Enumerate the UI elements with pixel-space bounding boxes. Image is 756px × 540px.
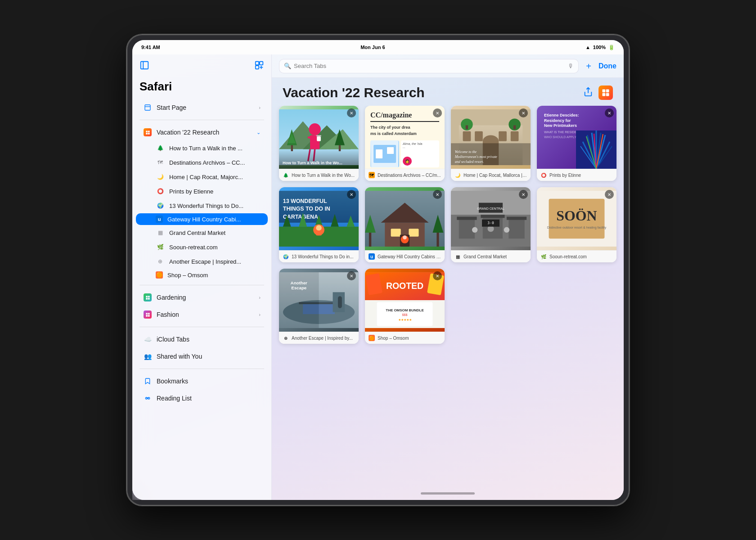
tab-thumbnail-gateway	[365, 187, 445, 250]
search-input[interactable]	[294, 63, 565, 69]
ipad-frame: 9:41 AM Mon Jun 6 ▲ 100% 🔋	[126, 34, 630, 506]
svg-rect-18	[148, 313, 149, 315]
tab-close-cc[interactable]: ✕	[433, 108, 442, 117]
tab-card-13things[interactable]: ✕	[279, 187, 359, 262]
cc-title: Destinations Archivos – CC/m...	[378, 173, 441, 178]
sidebar-item-13things[interactable]: 🌍 13 Wonderful Things to Do...	[136, 199, 268, 212]
tab-close-13things[interactable]: ✕	[347, 190, 356, 199]
vacation-group-chevron: ⌄	[256, 130, 261, 135]
tab-card-sooun[interactable]: ✕ SOÖN Distinctive outdoor resort & heal…	[537, 187, 616, 262]
sooun-icon: 🌿	[156, 243, 165, 252]
tab-card-walk[interactable]: ✕	[279, 106, 359, 181]
sidebar-item-bookmarks[interactable]: Bookmarks	[136, 373, 268, 389]
sidebar-item-escape[interactable]: ⊕ Another Escape | Inspired...	[136, 255, 268, 268]
tab-close-omsom[interactable]: ✕	[433, 271, 442, 280]
sidebar-item-sooun[interactable]: 🌿 Sooun-retreat.com	[136, 240, 268, 254]
svg-point-102	[403, 235, 407, 239]
tab-close-gateway[interactable]: ✕	[433, 190, 442, 199]
svg-rect-15	[146, 297, 148, 299]
done-button[interactable]: Done	[598, 62, 616, 70]
divider-3	[140, 327, 264, 327]
ipad-screen: 9:41 AM Mon Jun 6 ▲ 100% 🔋	[132, 40, 624, 500]
destinations-icon: 🗺	[156, 158, 165, 167]
sidebar-toggle-icon[interactable]	[140, 60, 149, 72]
svg-rect-17	[146, 313, 148, 315]
tab-card-gateway[interactable]: ✕	[365, 187, 445, 262]
tab-card-gcm[interactable]: ✕	[451, 187, 531, 262]
new-tab-group-icon[interactable]	[254, 60, 264, 72]
svg-text:Distinctive outdoor resort & h: Distinctive outdoor resort & healing fac…	[547, 226, 607, 230]
vacation-group-icon	[143, 128, 152, 137]
sidebar-group-vacation[interactable]: Vacation '22 Research ⌄	[136, 124, 268, 140]
tab-group-options-icon[interactable]	[598, 86, 613, 100]
escape-label: Another Escape | Inspired...	[169, 258, 261, 265]
svg-rect-90	[316, 231, 321, 236]
tab-card-escape[interactable]: ✕	[279, 269, 359, 344]
tab-footer-gcm: ▦ Grand Central Market	[451, 250, 531, 262]
omsom-title: Shop – Omsom	[378, 336, 441, 341]
sidebar-item-omsom[interactable]: 🟠 Shop – Omsom	[136, 269, 268, 281]
resort-title: Home | Cap Rocat, Mallorca | ...	[464, 173, 527, 178]
sidebar-item-gcm[interactable]: ▦ Grand Central Market	[136, 226, 268, 239]
tab-close-walk[interactable]: ✕	[347, 108, 356, 117]
sidebar-item-icloud[interactable]: ☁️ iCloud Tabs	[136, 331, 268, 347]
tab-card-resort[interactable]: ✕	[451, 106, 531, 181]
reading-list-label: Reading List	[157, 395, 261, 402]
gateway-title: Gateway Hill Country Cabins | ...	[378, 254, 441, 259]
svg-rect-27	[606, 93, 609, 96]
bookmarks-icon	[143, 377, 152, 386]
tab-close-resort[interactable]: ✕	[519, 108, 528, 117]
sidebar-item-prints[interactable]: ⭕ Prints by Etienne	[136, 184, 268, 198]
tab-thumbnail-escape: Another Escape	[279, 269, 359, 332]
sidebar-group-fashion[interactable]: Fashion ›	[136, 306, 268, 323]
microphone-icon[interactable]: 🎙	[568, 63, 574, 69]
home-cap-label: Home | Cap Rocat, Majorc...	[169, 174, 261, 180]
gcm-label: Grand Central Market	[169, 230, 261, 236]
tabs-grid[interactable]: ✕	[272, 106, 624, 486]
gardening-group-label: Gardening	[157, 294, 254, 301]
walk-title: How to Turn a Walk in the Wo...	[292, 173, 355, 178]
svg-text:SOÖN: SOÖN	[556, 208, 597, 224]
prints-icon: ⭕	[156, 187, 165, 196]
svg-text:THINGS TO DO IN: THINGS TO DO IN	[283, 206, 330, 212]
search-bar[interactable]: 🔍 🎙	[279, 59, 579, 73]
tab-close-escape[interactable]: ✕	[347, 271, 356, 280]
sidebar-item-walk[interactable]: 🌲 How to Turn a Walk in the ...	[136, 141, 268, 155]
sidebar-group-gardening[interactable]: Gardening ›	[136, 289, 268, 306]
svg-rect-129	[338, 296, 342, 308]
tab-footer-gateway: u Gateway Hill Country Cabins | ...	[365, 250, 445, 262]
tab-footer-walk: 🌲 How to Turn a Walk in the Wo...	[279, 169, 359, 181]
tab-card-etienne[interactable]: ✕ Etienne Descides:Residency forNew Prin…	[537, 106, 616, 181]
sidebar-item-destinations[interactable]: 🗺 Destinations Archivos – CC...	[136, 156, 268, 169]
svg-rect-10	[148, 130, 149, 132]
sidebar-item-gateway[interactable]: u Gateway Hill Country Cabi...	[136, 213, 268, 225]
share-icon[interactable]	[583, 87, 593, 99]
sooun-favicon: 🌿	[540, 253, 547, 260]
sidebar-item-reading-list[interactable]: Reading List	[136, 390, 268, 406]
sidebar-item-shared[interactable]: 👥 Shared with You	[136, 348, 268, 364]
svg-rect-59	[513, 125, 516, 129]
svg-rect-43	[316, 135, 321, 137]
sidebar-toolbar	[132, 54, 271, 78]
svg-rect-4	[256, 65, 259, 68]
gcm-title: Grand Central Market	[464, 254, 527, 259]
tab-thumbnail-cc: CC/magazine The city of your dreams is c…	[365, 106, 445, 169]
sidebar-item-home-cap[interactable]: 🌙 Home | Cap Rocat, Majorc...	[136, 170, 268, 184]
tab-thumbnail-resort: Welcome to the Mediterranean's most priv…	[451, 106, 531, 169]
tab-close-etienne[interactable]: ✕	[605, 108, 614, 117]
add-tab-button[interactable]: +	[584, 60, 593, 72]
tab-footer-resort: 🌙 Home | Cap Rocat, Mallorca | ...	[451, 169, 531, 181]
walk-overlay-label: How to Turn a Walk in the Wo...	[279, 149, 359, 169]
vacation-group-label: Vacation '22 Research	[157, 129, 252, 136]
tab-footer-cc: 🗺 Destinations Archivos – CC/m...	[365, 169, 445, 181]
tab-card-cc[interactable]: ✕ CC/magazine The city of your dreams is…	[365, 106, 445, 181]
tab-close-sooun[interactable]: ✕	[605, 190, 614, 199]
tab-card-omsom[interactable]: ✕	[365, 269, 445, 344]
svg-rect-14	[148, 296, 149, 297]
sidebar-item-start-page[interactable]: Start Page ›	[136, 99, 268, 116]
svg-rect-47	[387, 147, 394, 154]
tab-close-gcm[interactable]: ✕	[519, 190, 528, 199]
svg-text:$$$: $$$	[402, 313, 408, 317]
tab-thumbnail-omsom: ROOTED THE OMSOM BUNDLE $$$ ★★★★★	[365, 269, 445, 332]
home-indicator	[272, 486, 624, 500]
